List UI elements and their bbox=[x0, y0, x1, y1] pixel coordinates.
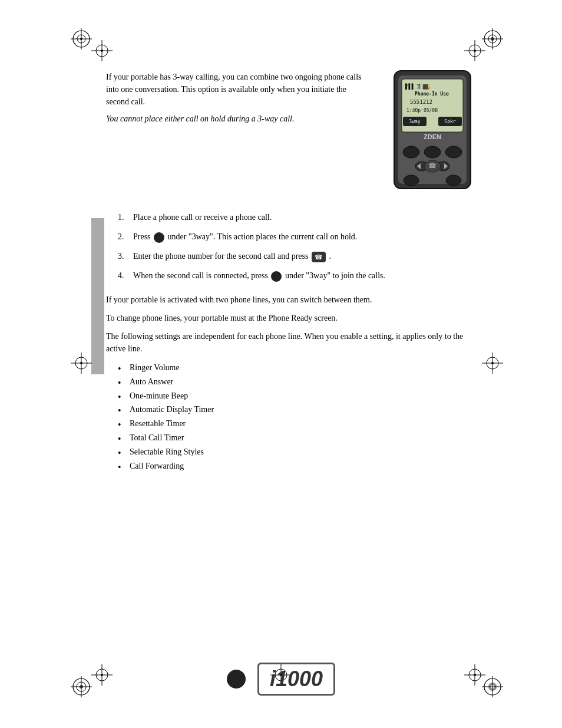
reg-mark-right-mid bbox=[482, 353, 503, 376]
svg-text:☎: ☎ bbox=[428, 162, 437, 169]
svg-text:3way: 3way bbox=[409, 119, 420, 124]
crop-mark-top-right bbox=[464, 40, 485, 64]
main-content: If your portable has 3-way calling, you … bbox=[106, 71, 480, 473]
reg-mark-top-left bbox=[71, 28, 92, 52]
italic-note: You cannot place either call on hold dur… bbox=[106, 113, 368, 125]
step-2-text: Press under "3way". This action places t… bbox=[133, 230, 480, 243]
intro-text: If your portable has 3-way calling, you … bbox=[106, 71, 368, 197]
svg-text:ZDEN: ZDEN bbox=[424, 133, 441, 140]
step-2-num: 2. bbox=[118, 230, 128, 243]
sidebar-bar bbox=[91, 218, 104, 374]
footer: i1000 bbox=[0, 663, 562, 696]
step-4-num: 4. bbox=[118, 269, 128, 282]
svg-point-40 bbox=[404, 175, 419, 186]
btn-3way-2-icon bbox=[271, 271, 282, 282]
btn-3way-icon bbox=[154, 232, 164, 243]
phone-svg: ▌▌▌ 1 🔒 Yll 1 ⬛ Phone-In Use 5551212 1:4… bbox=[385, 65, 480, 195]
footer-model: i1000 bbox=[257, 663, 335, 696]
svg-text:5551212: 5551212 bbox=[410, 99, 432, 105]
svg-point-41 bbox=[446, 175, 461, 186]
bullet-call-forwarding: Call Forwarding bbox=[118, 459, 480, 473]
crop-mark-top-left bbox=[91, 40, 113, 64]
svg-text:1:40p    05/08: 1:40p 05/08 bbox=[406, 108, 438, 113]
page: If your portable has 3-way calling, you … bbox=[0, 0, 562, 728]
svg-text:Yll   1  ⬛: Yll 1 ⬛ bbox=[405, 84, 428, 90]
second-para-1: If your portable is activated with two p… bbox=[106, 294, 480, 306]
svg-point-31 bbox=[403, 146, 419, 158]
btn-call-icon: ☎ bbox=[312, 252, 326, 262]
bullet-selectable-ring-styles: Selectable Ring Styles bbox=[118, 445, 480, 459]
step-4-text: When the second call is connected, press… bbox=[133, 269, 480, 282]
svg-point-33 bbox=[445, 146, 462, 158]
step-2: 2. Press under "3way". This action place… bbox=[118, 230, 480, 243]
step-1: 1. Place a phone call or receive a phone… bbox=[118, 211, 480, 223]
step-1-num: 1. bbox=[118, 211, 128, 223]
second-para-3: The following settings are independent f… bbox=[106, 330, 480, 355]
step-4: 4. When the second call is connected, pr… bbox=[118, 269, 480, 282]
top-section: If your portable has 3-way calling, you … bbox=[106, 71, 480, 197]
settings-list: Ringer Volume Auto Answer One-minute Bee… bbox=[118, 361, 480, 473]
step-3-num: 3. bbox=[118, 250, 128, 262]
bullet-automatic-display-timer: Automatic Display Timer bbox=[118, 403, 480, 417]
bullet-resettable-timer: Resettable Timer bbox=[118, 417, 480, 431]
svg-text:Phone-In Use: Phone-In Use bbox=[415, 91, 449, 97]
step-3: 3. Enter the phone number for the second… bbox=[118, 250, 480, 262]
second-para-2: To change phone lines, your portable mus… bbox=[106, 312, 480, 324]
second-section: If your portable is activated with two p… bbox=[106, 294, 480, 473]
svg-text:Spkr: Spkr bbox=[444, 119, 455, 124]
phone-device: ▌▌▌ 1 🔒 Yll 1 ⬛ Phone-In Use 5551212 1:4… bbox=[385, 65, 480, 197]
svg-point-32 bbox=[424, 146, 441, 158]
steps-list: 1. Place a phone call or receive a phone… bbox=[118, 211, 480, 282]
bullet-ringer-volume: Ringer Volume bbox=[118, 361, 480, 375]
step-1-text: Place a phone call or receive a phone ca… bbox=[133, 211, 480, 223]
intro-paragraph: If your portable has 3-way calling, you … bbox=[106, 71, 368, 108]
reg-mark-left-mid bbox=[71, 353, 92, 376]
bullet-total-call-timer: Total Call Timer bbox=[118, 431, 480, 445]
footer-bullet bbox=[227, 670, 246, 689]
step-3-text: Enter the phone number for the second ca… bbox=[133, 250, 480, 262]
bullet-auto-answer: Auto Answer bbox=[118, 375, 480, 389]
bullet-one-minute-beep: One-minute Beep bbox=[118, 389, 480, 403]
